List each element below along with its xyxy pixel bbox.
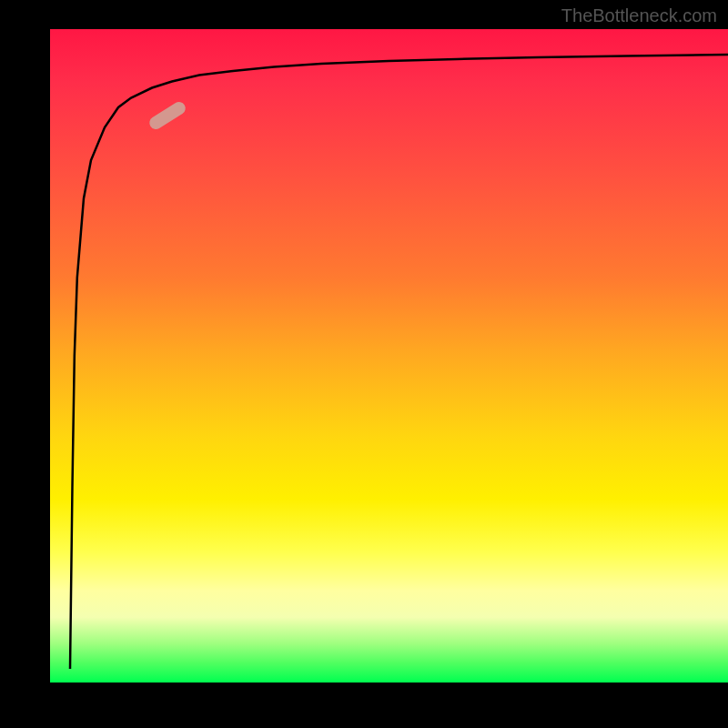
chart-curve — [70, 55, 728, 669]
watermark-text: TheBottleneck.com — [561, 5, 717, 26]
chart-plot-area — [50, 29, 728, 682]
chart-svg — [50, 29, 728, 682]
svg-rect-0 — [147, 99, 188, 131]
curve-marker — [147, 99, 188, 131]
